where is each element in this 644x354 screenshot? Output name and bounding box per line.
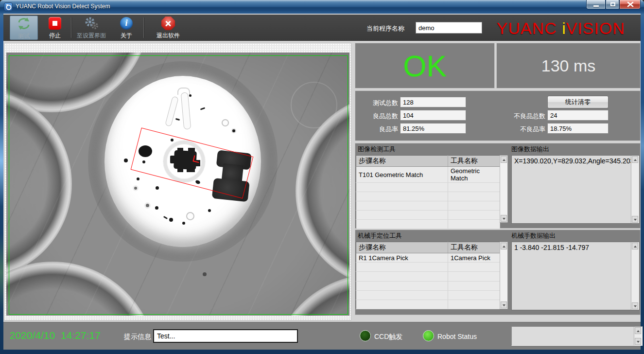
col-tool-name[interactable]: 工具名称: [448, 242, 500, 253]
robot-output-title: 机械手数据输出: [511, 231, 556, 240]
table-row[interactable]: R1 1Camera Pick1Camera Pick: [356, 253, 500, 263]
table-row[interactable]: [356, 290, 500, 300]
good-total-field[interactable]: [400, 110, 466, 121]
table-row[interactable]: [356, 220, 500, 229]
titlebar-highlight: [1, 0, 643, 1]
app-icon: [4, 2, 13, 11]
table-row[interactable]: T101 Geometric MatchGeometric Match: [356, 167, 500, 183]
good-rate-field[interactable]: [400, 123, 466, 134]
table-row[interactable]: [356, 183, 500, 192]
stop-button[interactable]: 停止: [42, 16, 68, 40]
scroll-up-arrow[interactable]: [501, 243, 507, 249]
settings-button[interactable]: 至设置界面: [74, 16, 109, 40]
image-panel-frame: [4, 43, 351, 320]
close-icon: [620, 0, 641, 9]
cycle-time: 130 ms: [497, 43, 640, 88]
cycle-time-box: 130 ms: [496, 43, 641, 88]
message-listbox[interactable]: [511, 326, 643, 346]
roi-green-frame: [9, 55, 348, 315]
good-rate-label: 良品率: [359, 125, 398, 134]
maximize-icon: [610, 2, 615, 6]
status-bar: 2020/4/10 14:27:17 提示信息 CCD触发 Robot Stat…: [3, 322, 641, 350]
robot-tools-title: 机械手定位工具: [358, 231, 402, 240]
robot-output-area[interactable]: 1 -3.840 -21.815 -14.797: [511, 242, 640, 310]
toolbar-separator: [71, 18, 71, 38]
robot-output-text: 1 -3.840 -21.815 -14.797: [514, 244, 589, 251]
table-row[interactable]: [356, 201, 500, 211]
window-title: YUANC Robot Vision Detect System: [16, 3, 110, 10]
scroll-down-arrow[interactable]: [635, 338, 641, 345]
program-name-label: 当前程序名称: [366, 24, 404, 33]
minimize-button[interactable]: [586, 0, 606, 9]
exit-icon: [161, 17, 175, 30]
toolbar-separator: [143, 18, 144, 38]
robot-tools-section: 机械手定位工具 步骤名称工具名称 R1 1Camera Pick1Camera …: [355, 230, 641, 315]
table-scrollbar[interactable]: [500, 155, 508, 223]
prompt-message-input[interactable]: [153, 329, 298, 343]
application-window: YUANC Robot Vision Detect System 测试: [0, 0, 644, 354]
image-output-text: X=1390.020,Y=829.032,Angle=345.203: [514, 157, 634, 165]
image-output-area[interactable]: X=1390.020,Y=829.032,Angle=345.203: [511, 155, 640, 224]
prompt-label: 提示信息: [124, 333, 151, 341]
camera-image: [6, 53, 349, 316]
scroll-down-arrow[interactable]: [632, 302, 638, 309]
ng-rate-label: 不良品率: [467, 125, 545, 134]
scroll-up-arrow[interactable]: [635, 327, 641, 334]
close-button[interactable]: [619, 0, 641, 9]
ng-total-field[interactable]: [547, 110, 609, 121]
scroll-up-arrow[interactable]: [632, 243, 638, 249]
titlebar[interactable]: YUANC Robot Vision Detect System: [0, 0, 644, 14]
result-status-box: OK: [355, 43, 495, 88]
exit-button[interactable]: 退出软件: [150, 16, 186, 40]
table-scrollbar[interactable]: [500, 242, 508, 309]
robot-status-label: Robot Status: [437, 333, 477, 340]
about-button[interactable]: i 关于: [113, 16, 139, 40]
table-row[interactable]: [356, 211, 500, 220]
col-step-name[interactable]: 步骤名称: [356, 242, 448, 253]
maximize-button[interactable]: [606, 0, 619, 9]
table-row[interactable]: [356, 300, 500, 309]
test-total-label: 测试总数: [359, 99, 398, 107]
col-step-name[interactable]: 步骤名称: [356, 156, 448, 167]
ccd-trigger-indicator: [360, 330, 371, 341]
robot-tools-table[interactable]: 步骤名称工具名称 R1 1Camera Pick1Camera Pick: [356, 242, 500, 309]
ccd-trigger-label: CCD触发: [374, 333, 402, 341]
table-row[interactable]: [356, 192, 500, 201]
test-total-field[interactable]: [400, 97, 466, 107]
caption-buttons: [586, 0, 641, 9]
result-status: OK: [355, 43, 494, 88]
image-tools-title: 图像检测工具: [358, 145, 396, 154]
minimize-icon: [593, 5, 599, 7]
scroll-down-arrow[interactable]: [501, 215, 507, 222]
camera-icon: [5, 3, 13, 11]
image-tools-section: 图像检测工具 步骤名称工具名称 T101 Geometric MatchGeom…: [355, 143, 641, 229]
ng-rate-field[interactable]: [547, 123, 609, 134]
image-output-title: 图像数据输出: [511, 145, 549, 154]
statistics-panel: 测试总数 良品总数 良品率 统计清零 不良品总数 不良品率: [355, 90, 641, 141]
image-tools-table[interactable]: 步骤名称工具名称 T101 Geometric MatchGeometric M…: [356, 155, 500, 229]
toolbar: 测试 停止 至设置界面 i 关于: [3, 15, 641, 41]
scroll-up-arrow[interactable]: [501, 156, 507, 163]
refresh-icon: [16, 17, 32, 31]
ng-total-label: 不良品总数: [467, 112, 545, 121]
listbox-scrollbar[interactable]: [634, 327, 642, 345]
scroll-up-arrow[interactable]: [632, 156, 638, 163]
table-row[interactable]: [356, 263, 500, 272]
output-scrollbar[interactable]: [631, 242, 639, 310]
brand-logo: YUANC iVISION: [497, 19, 625, 38]
datetime-display: 2020/4/10 14:27:17: [10, 330, 101, 341]
clear-stats-button[interactable]: 统计清零: [547, 96, 609, 108]
output-scrollbar[interactable]: [631, 156, 639, 223]
table-row[interactable]: [356, 281, 500, 290]
stop-icon: [49, 17, 61, 30]
scroll-down-arrow[interactable]: [501, 301, 507, 308]
window-content: 测试 停止 至设置界面 i 关于: [3, 14, 641, 350]
good-total-label: 良品总数: [359, 112, 398, 121]
gears-icon: [84, 17, 99, 30]
program-name-input[interactable]: [416, 22, 482, 34]
col-tool-name[interactable]: 工具名称: [448, 156, 500, 167]
test-button[interactable]: 测试: [10, 16, 38, 40]
info-icon: i: [120, 17, 133, 30]
scroll-down-arrow[interactable]: [632, 216, 638, 223]
table-row[interactable]: [356, 272, 500, 281]
